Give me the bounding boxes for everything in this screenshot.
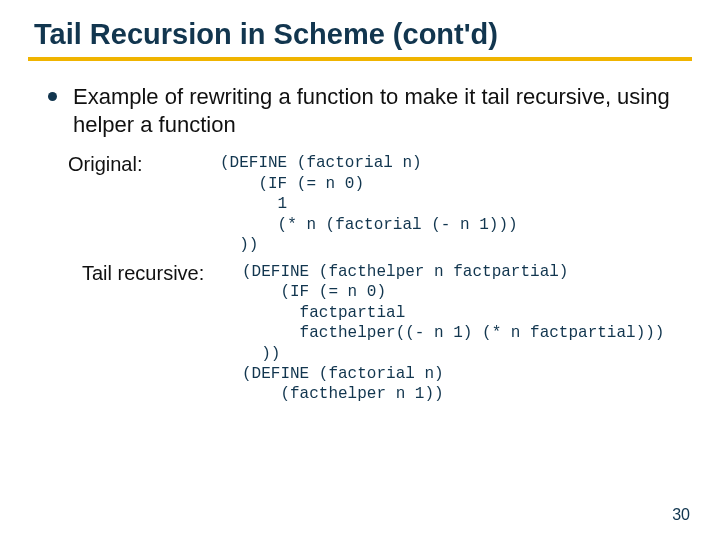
tail-recursive-code: (DEFINE (facthelper n factpartial) (IF (… [242, 262, 664, 405]
slide-title: Tail Recursion in Scheme (cont'd) [28, 18, 692, 51]
original-label: Original: [68, 153, 220, 176]
original-code: (DEFINE (factorial n) (IF (= n 0) 1 (* n… [220, 153, 518, 255]
page-number: 30 [672, 506, 690, 524]
tail-recursive-label: Tail recursive: [82, 262, 242, 285]
title-underline [28, 57, 692, 61]
bullet-text: Example of rewriting a function to make … [73, 83, 692, 139]
slide: Tail Recursion in Scheme (cont'd) Exampl… [0, 0, 720, 540]
bullet-item: Example of rewriting a function to make … [48, 83, 692, 139]
bullet-icon [48, 92, 57, 101]
tail-recursive-section: Tail recursive: (DEFINE (facthelper n fa… [28, 262, 692, 405]
original-section: Original: (DEFINE (factorial n) (IF (= n… [28, 153, 692, 255]
